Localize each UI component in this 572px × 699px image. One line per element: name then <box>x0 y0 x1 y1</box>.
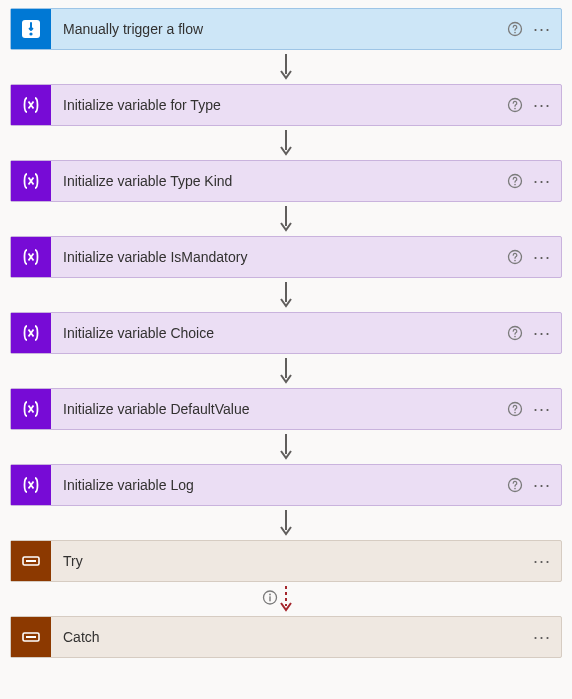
step-title: Try <box>51 553 533 569</box>
svg-point-3 <box>514 32 516 34</box>
flow-step-8[interactable]: Catch ··· <box>10 616 562 658</box>
more-menu-icon[interactable]: ··· <box>533 172 551 190</box>
step-title: Initialize variable Type Kind <box>51 173 507 189</box>
scope-icon <box>11 617 51 657</box>
connector-run-after <box>10 582 562 616</box>
svg-rect-27 <box>269 596 270 601</box>
more-menu-icon[interactable]: ··· <box>533 628 551 646</box>
flow-canvas: Manually trigger a flow ··· Initialize v… <box>8 8 564 658</box>
help-icon[interactable] <box>507 21 523 37</box>
flow-step-7[interactable]: Try ··· <box>10 540 562 582</box>
variable-icon <box>11 237 51 277</box>
more-menu-icon[interactable]: ··· <box>533 552 551 570</box>
help-icon[interactable] <box>507 401 523 417</box>
flow-step-6[interactable]: Initialize variable Log ··· <box>10 464 562 506</box>
connector-arrow <box>10 430 562 464</box>
step-title: Initialize variable IsMandatory <box>51 249 507 265</box>
more-menu-icon[interactable]: ··· <box>533 400 551 418</box>
svg-point-21 <box>514 488 516 490</box>
step-actions: ··· <box>507 172 561 190</box>
variable-icon <box>11 313 51 353</box>
connector-arrow <box>10 354 562 388</box>
svg-point-9 <box>514 184 516 186</box>
svg-point-1 <box>29 32 32 35</box>
step-actions: ··· <box>533 628 561 646</box>
svg-point-15 <box>514 336 516 338</box>
more-menu-icon[interactable]: ··· <box>533 248 551 266</box>
step-title: Initialize variable for Type <box>51 97 507 113</box>
flow-step-2[interactable]: Initialize variable Type Kind ··· <box>10 160 562 202</box>
manual-trigger-icon <box>11 9 51 49</box>
step-actions: ··· <box>533 552 561 570</box>
variable-icon <box>11 161 51 201</box>
step-title: Manually trigger a flow <box>51 21 507 37</box>
step-actions: ··· <box>507 20 561 38</box>
svg-point-26 <box>269 594 271 596</box>
step-title: Initialize variable Choice <box>51 325 507 341</box>
variable-icon <box>11 389 51 429</box>
flow-step-4[interactable]: Initialize variable Choice ··· <box>10 312 562 354</box>
svg-rect-24 <box>26 560 36 562</box>
step-title: Initialize variable Log <box>51 477 507 493</box>
connector-arrow <box>10 126 562 160</box>
step-actions: ··· <box>507 96 561 114</box>
step-title: Initialize variable DefaultValue <box>51 401 507 417</box>
step-actions: ··· <box>507 476 561 494</box>
svg-point-6 <box>514 108 516 110</box>
variable-icon <box>11 85 51 125</box>
variable-icon <box>11 465 51 505</box>
help-icon[interactable] <box>507 173 523 189</box>
flow-step-3[interactable]: Initialize variable IsMandatory ··· <box>10 236 562 278</box>
help-icon[interactable] <box>507 97 523 113</box>
help-icon[interactable] <box>507 325 523 341</box>
scope-icon <box>11 541 51 581</box>
help-icon[interactable] <box>507 249 523 265</box>
connector-arrow <box>10 506 562 540</box>
step-actions: ··· <box>507 324 561 342</box>
connector-arrow <box>10 278 562 312</box>
more-menu-icon[interactable]: ··· <box>533 324 551 342</box>
more-menu-icon[interactable]: ··· <box>533 476 551 494</box>
flow-step-0[interactable]: Manually trigger a flow ··· <box>10 8 562 50</box>
run-after-info-icon[interactable] <box>262 590 278 609</box>
help-icon[interactable] <box>507 477 523 493</box>
svg-point-12 <box>514 260 516 262</box>
more-menu-icon[interactable]: ··· <box>533 20 551 38</box>
step-actions: ··· <box>507 248 561 266</box>
connector-arrow <box>10 202 562 236</box>
more-menu-icon[interactable]: ··· <box>533 96 551 114</box>
step-title: Catch <box>51 629 533 645</box>
svg-rect-30 <box>26 636 36 638</box>
svg-point-18 <box>514 412 516 414</box>
flow-step-5[interactable]: Initialize variable DefaultValue ··· <box>10 388 562 430</box>
connector-arrow <box>10 50 562 84</box>
step-actions: ··· <box>507 400 561 418</box>
flow-step-1[interactable]: Initialize variable for Type ··· <box>10 84 562 126</box>
